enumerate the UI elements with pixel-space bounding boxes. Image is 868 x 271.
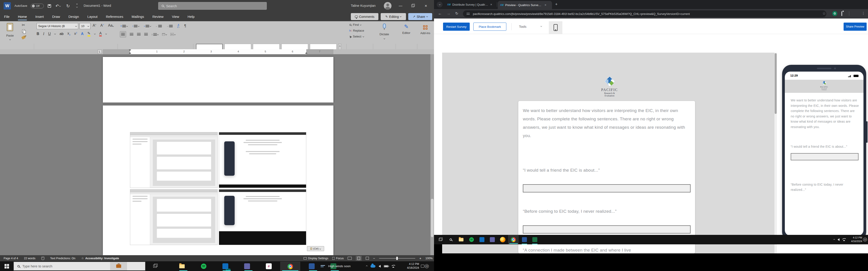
show-formatting-icon[interactable]: ¶ bbox=[184, 24, 186, 28]
taskbar-file-explorer[interactable] bbox=[177, 261, 187, 271]
back-icon[interactable]: ← bbox=[438, 11, 442, 16]
autosave-toggle[interactable]: Off bbox=[31, 4, 44, 8]
font-color-options[interactable] bbox=[105, 33, 107, 35]
search-button[interactable] bbox=[446, 235, 456, 244]
minimize-button[interactable]: — bbox=[395, 0, 406, 12]
start-button[interactable] bbox=[0, 261, 13, 271]
task-view-button[interactable] bbox=[150, 261, 160, 271]
underline-icon[interactable]: U bbox=[48, 32, 51, 36]
site-info-icon[interactable] bbox=[467, 13, 470, 15]
cut-icon[interactable]: ✂ bbox=[22, 23, 25, 28]
tab-view[interactable]: View bbox=[171, 12, 180, 21]
embedded-screenshot-editor-1[interactable] bbox=[130, 132, 218, 188]
right-indent-marker[interactable] bbox=[305, 52, 307, 54]
weather-widget[interactable]: High winds soon bbox=[320, 261, 350, 271]
user-avatar[interactable] bbox=[384, 2, 392, 10]
font-size-select[interactable]: 10 bbox=[80, 23, 90, 29]
place-bookmark-button[interactable]: Place Bookmark bbox=[473, 23, 506, 31]
justify-icon[interactable] bbox=[144, 32, 148, 36]
zoom-level[interactable]: 100% bbox=[426, 257, 433, 260]
browser-tab-1[interactable]: XM Distribute Survey | Qualtrics Ex × bbox=[445, 0, 497, 9]
paste-label[interactable]: Paste bbox=[4, 34, 16, 41]
tab-home[interactable]: Home bbox=[18, 12, 27, 21]
volume-icon[interactable] bbox=[837, 238, 839, 241]
document-canvas[interactable]: (Ctrl) bbox=[0, 54, 434, 255]
web-layout-icon[interactable] bbox=[366, 257, 369, 260]
bookmark-star-icon[interactable]: ☆ bbox=[822, 11, 826, 16]
paste-button[interactable] bbox=[6, 23, 14, 33]
close-button[interactable]: × bbox=[420, 0, 432, 12]
underline-options[interactable] bbox=[54, 33, 56, 35]
restore-button[interactable] bbox=[407, 0, 418, 12]
zoom-in-button[interactable]: + bbox=[419, 256, 421, 260]
word-count[interactable]: 22 words bbox=[24, 257, 35, 260]
mobile-question-1-input[interactable] bbox=[791, 153, 859, 160]
taskbar-chrome-active[interactable] bbox=[508, 235, 519, 244]
sort-icon[interactable]: AZ↓ bbox=[177, 24, 180, 28]
change-case-icon[interactable]: Aa bbox=[108, 24, 114, 28]
taskbar-file-explorer[interactable] bbox=[456, 235, 466, 244]
tools-chevron-icon[interactable] bbox=[540, 25, 542, 27]
tab-file[interactable]: File bbox=[4, 12, 10, 21]
tab-search-button[interactable] bbox=[437, 2, 442, 7]
dictate-button[interactable]: Dictate bbox=[373, 24, 396, 40]
shrink-font-icon[interactable]: A˅ bbox=[100, 24, 104, 28]
bullets-icon[interactable] bbox=[121, 25, 128, 27]
shading-icon[interactable] bbox=[162, 33, 167, 36]
tray-expand-icon[interactable] bbox=[833, 239, 835, 240]
italic-icon[interactable]: I bbox=[43, 32, 44, 36]
share-preview-button[interactable]: Share Preview bbox=[844, 23, 867, 31]
font-color-icon[interactable]: A bbox=[99, 31, 102, 36]
tab-references[interactable]: References bbox=[105, 12, 124, 21]
tab-close-icon[interactable]: × bbox=[545, 3, 546, 7]
line-spacing-icon[interactable]: ↕ bbox=[151, 33, 158, 36]
network-icon[interactable] bbox=[842, 238, 846, 241]
increase-indent-icon[interactable]: → bbox=[166, 25, 173, 27]
share-button[interactable]: ↗Share bbox=[408, 13, 432, 20]
page-indicator[interactable]: Page 4 of 4 bbox=[4, 257, 18, 260]
ruler[interactable]: L 1 2 3 4 5 6 7 bbox=[0, 49, 434, 54]
comments-button[interactable]: Comments bbox=[351, 13, 378, 20]
grammarly-extension-icon[interactable]: G bbox=[832, 11, 837, 16]
mobile-view-toggle[interactable] bbox=[549, 21, 562, 34]
taskbar-teams[interactable] bbox=[242, 261, 252, 271]
find-button[interactable]: Find bbox=[349, 23, 364, 26]
taskbar-chrome-active[interactable] bbox=[280, 262, 300, 271]
print-layout-icon[interactable] bbox=[356, 256, 362, 261]
copy-icon[interactable] bbox=[22, 29, 25, 33]
volume-icon[interactable] bbox=[379, 265, 381, 268]
taskbar-word[interactable] bbox=[520, 235, 529, 244]
taskbar-outlook[interactable]: NEW bbox=[220, 261, 231, 271]
forward-icon[interactable]: → bbox=[447, 11, 451, 16]
borders-icon[interactable] bbox=[170, 33, 176, 36]
taskbar-word[interactable] bbox=[306, 261, 317, 271]
extensions-icon[interactable] bbox=[841, 11, 842, 16]
strikethrough-icon[interactable]: ab bbox=[59, 32, 64, 36]
clock[interactable]: 4:12 PM4/16/2024 bbox=[401, 262, 419, 270]
browser-menu-icon[interactable]: ⋮ bbox=[862, 11, 865, 15]
notification-center[interactable]: 22 bbox=[421, 261, 429, 271]
decrease-indent-icon[interactable]: ← bbox=[156, 25, 162, 27]
align-right-icon[interactable] bbox=[137, 32, 141, 36]
align-left-icon[interactable] bbox=[120, 31, 126, 37]
reload-icon[interactable]: ↻ bbox=[455, 11, 458, 15]
document-scrollbar[interactable] bbox=[430, 54, 434, 255]
paste-options-button[interactable]: (Ctrl) bbox=[307, 246, 324, 251]
clock[interactable]: 4:12 PM4/16/2024 bbox=[849, 236, 862, 243]
search-highlight-icon[interactable] bbox=[110, 262, 127, 270]
task-view-button[interactable] bbox=[435, 235, 445, 244]
tab-mailings[interactable]: Mailings bbox=[131, 12, 145, 21]
numbering-icon[interactable]: 1 bbox=[132, 25, 139, 27]
font-name-select[interactable]: Segoe UI Historic (B bbox=[37, 23, 78, 29]
embedded-screenshot-preview-1[interactable] bbox=[219, 132, 306, 188]
taskbar-outlook[interactable] bbox=[477, 235, 487, 244]
tab-design[interactable]: Design bbox=[68, 12, 80, 21]
question-1-input[interactable] bbox=[523, 184, 690, 193]
browser-tab-2-active[interactable]: XM Preview - Qualtrics Survey | Qu × bbox=[498, 1, 552, 9]
highlight-options[interactable] bbox=[94, 33, 96, 35]
text-predictions[interactable]: Text Predictions: On bbox=[50, 257, 75, 260]
tab-review[interactable]: Review bbox=[152, 12, 164, 21]
first-line-indent-marker[interactable] bbox=[129, 49, 131, 51]
taskbar-spotify[interactable] bbox=[467, 235, 476, 244]
taskbar-excel[interactable] bbox=[530, 235, 540, 244]
